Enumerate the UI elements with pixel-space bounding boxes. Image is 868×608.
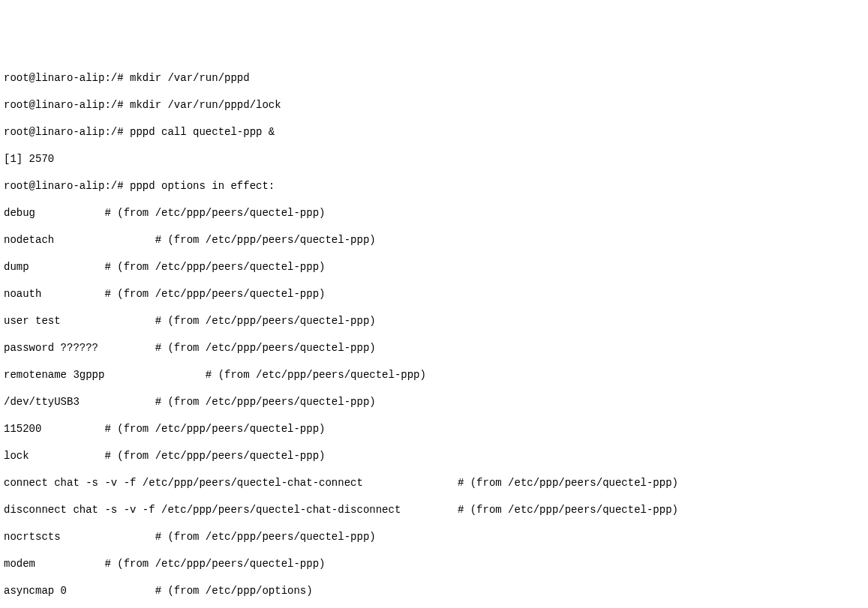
terminal-line: root@linaro-alip:/# mkdir /var/run/pppd/… — [4, 98, 864, 112]
terminal-line: dump # (from /etc/ppp/peers/quectel-ppp) — [4, 260, 864, 274]
terminal-line: lock # (from /etc/ppp/peers/quectel-ppp) — [4, 449, 864, 463]
terminal-line: remotename 3gppp # (from /etc/ppp/peers/… — [4, 368, 864, 382]
terminal-line: asyncmap 0 # (from /etc/ppp/options) — [4, 584, 864, 598]
terminal-line: modem # (from /etc/ppp/peers/quectel-ppp… — [4, 557, 864, 571]
terminal-line: root@linaro-alip:/# pppd options in effe… — [4, 179, 864, 193]
terminal-line: root@linaro-alip:/# mkdir /var/run/pppd — [4, 71, 864, 85]
terminal-line: noauth # (from /etc/ppp/peers/quectel-pp… — [4, 287, 864, 301]
terminal-line: user test # (from /etc/ppp/peers/quectel… — [4, 314, 864, 328]
terminal-line: 115200 # (from /etc/ppp/peers/quectel-pp… — [4, 422, 864, 436]
terminal-line: nocrtscts # (from /etc/ppp/peers/quectel… — [4, 530, 864, 544]
terminal-line: connect chat -s -v -f /etc/ppp/peers/que… — [4, 476, 864, 490]
terminal-line: disconnect chat -s -v -f /etc/ppp/peers/… — [4, 503, 864, 517]
terminal-line: [1] 2570 — [4, 152, 864, 166]
terminal-line: nodetach # (from /etc/ppp/peers/quectel-… — [4, 233, 864, 247]
terminal-line: /dev/ttyUSB3 # (from /etc/ppp/peers/quec… — [4, 395, 864, 409]
terminal-line: debug # (from /etc/ppp/peers/quectel-ppp… — [4, 206, 864, 220]
terminal-line: password ?????? # (from /etc/ppp/peers/q… — [4, 341, 864, 355]
terminal-line: root@linaro-alip:/# pppd call quectel-pp… — [4, 125, 864, 139]
terminal-output: root@linaro-alip:/# mkdir /var/run/pppd … — [4, 58, 864, 608]
